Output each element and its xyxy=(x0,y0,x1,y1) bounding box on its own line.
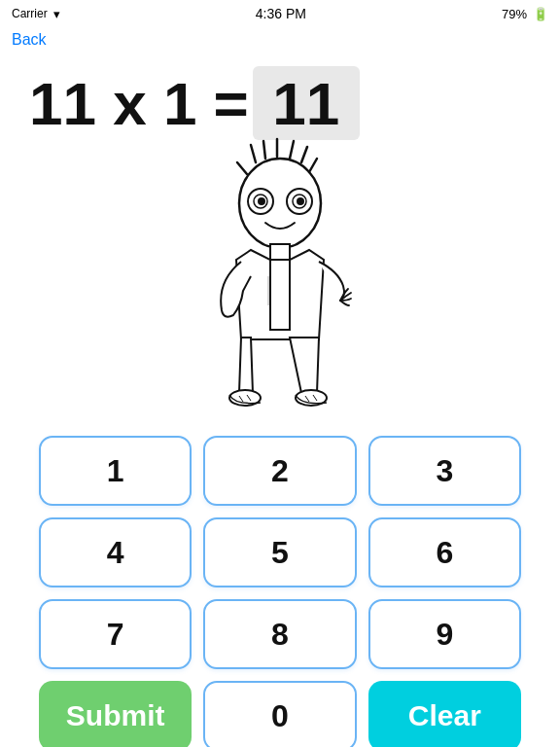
svg-line-7 xyxy=(237,162,247,174)
key-8-button[interactable]: 8 xyxy=(203,599,356,669)
key-0-button[interactable]: 0 xyxy=(203,681,356,747)
status-bar: Carrier ▾ 4:36 PM 79% 🔋 xyxy=(0,0,560,27)
svg-line-6 xyxy=(309,159,317,172)
key-2-button[interactable]: 2 xyxy=(203,436,356,506)
svg-line-5 xyxy=(301,147,307,162)
key-5-button[interactable]: 5 xyxy=(203,517,356,587)
key-3-button[interactable]: 3 xyxy=(368,436,521,506)
status-left: Carrier ▾ xyxy=(12,7,60,21)
equation-area: 11 x 1 = 11 xyxy=(0,56,560,140)
svg-point-13 xyxy=(297,197,304,205)
carrier-label: Carrier xyxy=(12,7,48,20)
wifi-icon: ▾ xyxy=(53,7,60,21)
svg-point-10 xyxy=(258,197,265,205)
svg-line-1 xyxy=(251,145,256,162)
clear-button[interactable]: Clear xyxy=(368,681,521,747)
key-4-button[interactable]: 4 xyxy=(39,517,192,587)
svg-line-2 xyxy=(263,141,265,159)
battery-label: 79% xyxy=(502,7,527,21)
key-6-button[interactable]: 6 xyxy=(368,517,521,587)
character-illustration xyxy=(173,135,387,427)
back-button[interactable]: Back xyxy=(12,29,47,51)
key-9-button[interactable]: 9 xyxy=(368,599,521,669)
keypad: 123456789 xyxy=(0,436,560,669)
battery-icon: 🔋 xyxy=(533,7,548,21)
nav-bar: Back xyxy=(0,27,560,56)
answer-box: 11 xyxy=(253,66,360,140)
key-7-button[interactable]: 7 xyxy=(39,599,192,669)
status-right: 79% 🔋 xyxy=(502,7,548,21)
character-area xyxy=(0,130,560,432)
key-1-button[interactable]: 1 xyxy=(39,436,192,506)
equation-text: 11 x 1 = xyxy=(29,69,249,138)
answer-value: 11 xyxy=(272,69,339,138)
svg-rect-14 xyxy=(270,244,290,260)
submit-button[interactable]: Submit xyxy=(39,681,192,747)
bottom-row: Submit 0 Clear xyxy=(0,669,560,747)
svg-line-4 xyxy=(290,141,294,159)
time-label: 4:36 PM xyxy=(256,6,306,21)
